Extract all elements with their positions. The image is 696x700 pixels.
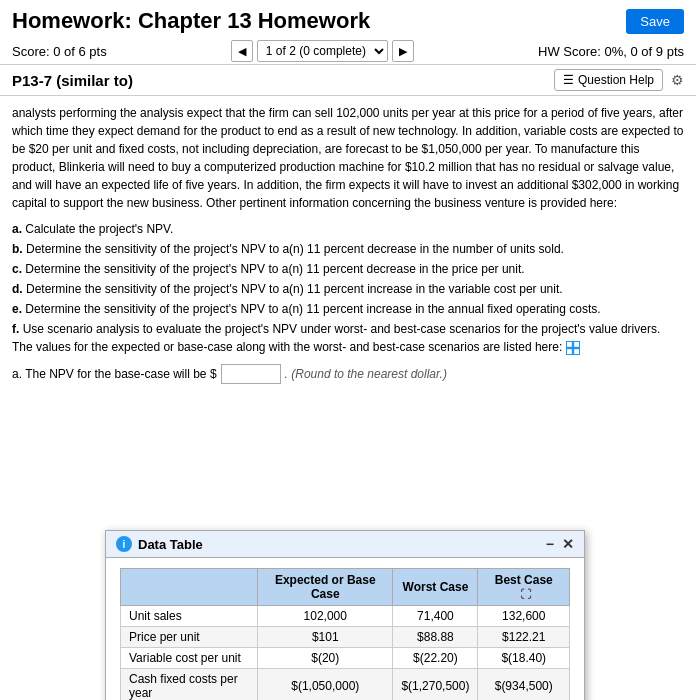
table-cell-best: $(18.40) (478, 648, 570, 669)
data-table-popup: i Data Table − ✕ Expected or Base Case W… (105, 530, 585, 700)
minimize-button[interactable]: − (546, 537, 554, 551)
table-row: Cash fixed costs per year$(1,050,000)$(1… (121, 669, 570, 701)
answer-row: a. The NPV for the base-case will be $ .… (12, 364, 684, 384)
list-item: a. Calculate the project's NPV. (12, 220, 684, 238)
table-cell-worst: $(22.20) (393, 648, 478, 669)
popup-header: i Data Table − ✕ (106, 531, 584, 558)
col-header-worst: Worst Case (393, 569, 478, 606)
svg-rect-1 (574, 342, 579, 347)
table-cell-worst: 71,400 (393, 606, 478, 627)
nav-select[interactable]: 1 of 2 (0 complete) (257, 40, 388, 62)
answer-input[interactable] (221, 364, 281, 384)
svg-rect-3 (574, 349, 579, 354)
table-row: Price per unit$101$88.88$122.21 (121, 627, 570, 648)
answer-hint: . (Round to the nearest dollar.) (285, 365, 447, 383)
table-cell-label: Price per unit (121, 627, 258, 648)
expand-icon[interactable]: ⛶ (520, 588, 531, 600)
popup-header-right: − ✕ (546, 537, 574, 551)
table-cell-best: $(934,500) (478, 669, 570, 701)
col-header-best: Best Case ⛶ (478, 569, 570, 606)
page-header: Homework: Chapter 13 Homework Save (0, 0, 696, 38)
col-header-base: Expected or Base Case (258, 569, 393, 606)
table-cell-label: Cash fixed costs per year (121, 669, 258, 701)
data-table: Expected or Base Case Worst Case Best Ca… (120, 568, 570, 700)
info-icon: i (116, 536, 132, 552)
hw-score-label: HW Score: 0%, 0 of 9 pts (538, 44, 684, 59)
content-paragraph: analysts performing the analysis expect … (12, 104, 684, 212)
table-row: Unit sales102,00071,400132,600 (121, 606, 570, 627)
popup-header-left: i Data Table (116, 536, 203, 552)
content-area: analysts performing the analysis expect … (0, 96, 696, 392)
svg-rect-0 (567, 342, 572, 347)
table-cell-worst: $(1,270,500) (393, 669, 478, 701)
nav-controls: ◀ 1 of 2 (0 complete) ▶ (231, 40, 414, 62)
popup-body: Expected or Base Case Worst Case Best Ca… (106, 558, 584, 700)
prev-button[interactable]: ◀ (231, 40, 253, 62)
table-cell-best: 132,600 (478, 606, 570, 627)
answer-prefix: a. The NPV for the base-case will be $ (12, 365, 217, 383)
score-row: Score: 0 of 6 pts ◀ 1 of 2 (0 complete) … (0, 38, 696, 64)
list-icon: ☰ (563, 73, 574, 87)
table-cell-worst: $88.88 (393, 627, 478, 648)
list-item: c. Determine the sensitivity of the proj… (12, 260, 684, 278)
grid-icon-2[interactable] (566, 341, 580, 355)
table-cell-base: $101 (258, 627, 393, 648)
gear-icon[interactable]: ⚙ (671, 72, 684, 88)
score-label: Score: 0 of 6 pts (12, 44, 107, 59)
question-list: a. Calculate the project's NPV. b. Deter… (12, 220, 684, 356)
question-help-button[interactable]: ☰ Question Help (554, 69, 663, 91)
table-cell-base: $(20) (258, 648, 393, 669)
problem-actions: ☰ Question Help ⚙ (554, 69, 684, 91)
page-title: Homework: Chapter 13 Homework (12, 8, 370, 34)
list-item: e. Determine the sensitivity of the proj… (12, 300, 684, 318)
table-row: Variable cost per unit$(20)$(22.20)$(18.… (121, 648, 570, 669)
save-button[interactable]: Save (626, 9, 684, 34)
list-item: f. Use scenario analysis to evaluate the… (12, 320, 684, 356)
next-button[interactable]: ▶ (392, 40, 414, 62)
table-cell-base: $(1,050,000) (258, 669, 393, 701)
table-cell-label: Unit sales (121, 606, 258, 627)
table-cell-best: $122.21 (478, 627, 570, 648)
list-item: b. Determine the sensitivity of the proj… (12, 240, 684, 258)
col-header-label (121, 569, 258, 606)
popup-title: Data Table (138, 537, 203, 552)
table-cell-label: Variable cost per unit (121, 648, 258, 669)
table-cell-base: 102,000 (258, 606, 393, 627)
problem-title: P13-7 (similar to) (12, 72, 133, 89)
list-item: d. Determine the sensitivity of the proj… (12, 280, 684, 298)
close-button[interactable]: ✕ (562, 537, 574, 551)
problem-header: P13-7 (similar to) ☰ Question Help ⚙ (0, 64, 696, 96)
svg-rect-2 (567, 349, 572, 354)
